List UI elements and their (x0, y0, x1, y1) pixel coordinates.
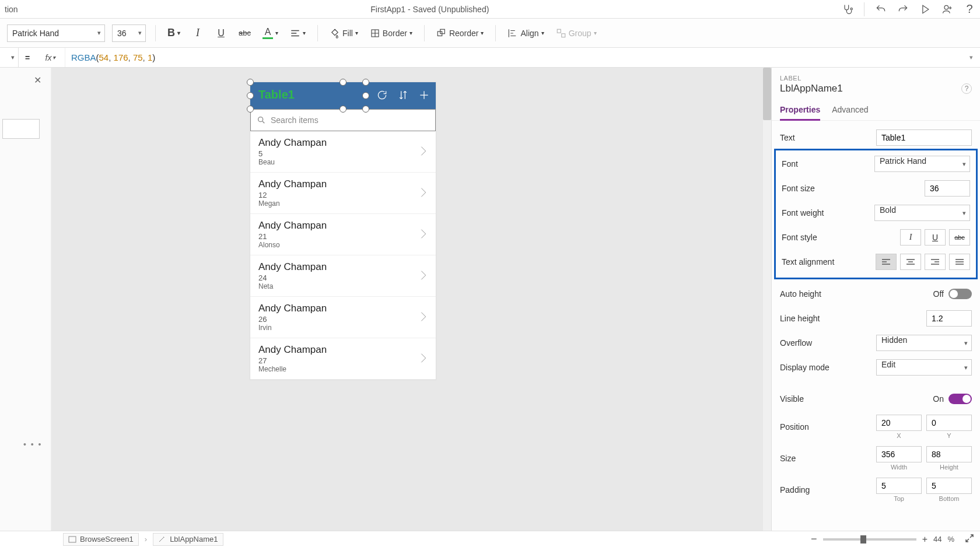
list-item[interactable]: Andy Champan 21 Alonso (250, 214, 436, 255)
add-icon[interactable] (418, 89, 430, 103)
list-item[interactable]: Andy Champan 5 Beau (250, 131, 436, 173)
font-label: Font (782, 159, 798, 169)
fontsize-input[interactable] (925, 180, 970, 197)
selection-handle[interactable] (340, 79, 346, 86)
undo-icon[interactable] (875, 3, 887, 15)
property-selector[interactable]: ▾ (0, 48, 19, 67)
sort-icon[interactable] (397, 89, 409, 103)
underline-button[interactable]: U (213, 24, 229, 42)
fx-label[interactable]: fx▾ (36, 48, 65, 67)
redo-icon[interactable] (897, 3, 909, 15)
svg-point-0 (850, 8, 852, 9)
chevron-right-icon[interactable] (419, 145, 428, 159)
selection-handle[interactable] (247, 79, 254, 86)
chevron-right-icon[interactable] (419, 269, 428, 283)
item-number: 21 (258, 232, 327, 241)
tree-input[interactable] (2, 119, 40, 139)
zoom-in-icon[interactable]: + (922, 534, 928, 545)
divider (864, 2, 864, 16)
more-icon[interactable]: • • • (23, 440, 42, 449)
visible-toggle[interactable] (949, 394, 972, 404)
canvas[interactable]: Table1 Search items Andy Champan 5 Beau … (51, 68, 771, 531)
list-item[interactable]: Andy Champan 27 Mechelle (250, 338, 436, 380)
expand-formula-icon[interactable]: ▾ (963, 54, 980, 61)
autoheight-toggle[interactable] (949, 289, 972, 299)
padding-bottom-input[interactable] (926, 478, 972, 494)
fontcolor-button[interactable]: A▾ (260, 24, 281, 42)
bold-button[interactable]: B▾ (165, 24, 183, 42)
share-icon[interactable] (942, 3, 953, 15)
zoom-slider[interactable] (823, 538, 916, 541)
visible-label: Visible (780, 394, 804, 404)
strike-toggle[interactable]: abc (949, 229, 970, 246)
stethoscope-icon[interactable] (842, 3, 853, 15)
svg-point-7 (258, 117, 263, 122)
strike-button[interactable]: abc (236, 24, 253, 42)
fontsize-combo[interactable]: 36▾ (112, 24, 146, 42)
formula-bar: ▾ = fx▾ RGBA(54, 176, 75, 1) ▾ (0, 48, 980, 68)
equals-sign: = (19, 53, 36, 62)
fullscreen-icon[interactable] (965, 534, 974, 545)
chevron-right-icon[interactable] (419, 227, 428, 242)
selection-handle[interactable] (362, 92, 369, 99)
textalign-button[interactable]: ▾ (288, 24, 308, 42)
align-left-button[interactable] (876, 254, 897, 270)
italic-toggle[interactable]: I (900, 229, 921, 246)
selection-handle[interactable] (362, 79, 369, 86)
chevron-right-icon[interactable] (419, 310, 428, 325)
chevron-right-icon[interactable] (419, 352, 428, 366)
selection-handle[interactable] (247, 106, 254, 113)
border-button[interactable]: Border▾ (368, 24, 415, 42)
list-item[interactable]: Andy Champan 24 Neta (250, 255, 436, 297)
selection-handle[interactable] (340, 106, 346, 113)
font-select[interactable]: Patrick Hand▾ (874, 156, 970, 172)
tab-properties[interactable]: Properties (780, 101, 820, 121)
refresh-icon[interactable] (376, 89, 388, 103)
fill-button[interactable]: Fill▾ (327, 24, 360, 42)
align-justify-button[interactable] (949, 254, 970, 270)
breadcrumb-control[interactable]: LblAppName1 (153, 533, 223, 546)
font-combo[interactable]: Patrick Hand▾ (7, 24, 105, 42)
list-item[interactable]: Andy Champan 26 Irvin (250, 297, 436, 338)
chevron-right-icon[interactable] (419, 186, 428, 201)
scrollbar[interactable] (763, 68, 771, 531)
list-item[interactable]: Andy Champan 12 Megan (250, 173, 436, 214)
overflow-select[interactable]: Hidden▾ (876, 335, 972, 351)
text-label: Text (780, 133, 795, 142)
app-title: FirstApp1 - Saved (Unpublished) (18, 5, 842, 14)
ribbon-toolbar: Patrick Hand▾ 36▾ B▾ I U abc A▾ ▾ Fill▾ … (0, 19, 980, 48)
play-icon[interactable] (919, 3, 931, 15)
padding-top-input[interactable] (876, 478, 922, 494)
app-header[interactable]: Table1 (250, 82, 436, 109)
formula-input[interactable]: RGBA(54, 176, 75, 1) (65, 52, 963, 63)
fontsize-label: Font size (782, 184, 815, 193)
item-number: 5 (258, 149, 327, 158)
help-icon[interactable]: ? (961, 83, 972, 94)
align-right-button[interactable] (925, 254, 946, 270)
lineheight-input[interactable] (926, 310, 972, 327)
selection-handle[interactable] (247, 92, 254, 99)
svg-rect-8 (69, 537, 76, 542)
app-title-label[interactable]: Table1 (258, 88, 295, 101)
italic-button[interactable]: I (190, 24, 206, 42)
size-w-input[interactable] (876, 446, 922, 462)
text-input[interactable] (876, 129, 972, 146)
position-x-input[interactable] (876, 415, 922, 431)
zoom-out-icon[interactable]: − (811, 533, 817, 545)
breadcrumb-screen[interactable]: BrowseScreen1 (63, 533, 139, 546)
size-h-input[interactable] (926, 446, 972, 462)
position-y-input[interactable] (926, 415, 972, 431)
tab-advanced[interactable]: Advanced (832, 101, 868, 120)
underline-toggle[interactable]: U (925, 229, 946, 246)
item-name: Andy Champan (258, 178, 327, 190)
reorder-button[interactable]: Reorder▾ (434, 24, 487, 42)
divider (495, 25, 496, 41)
close-icon[interactable]: ✕ (34, 75, 41, 86)
align-button[interactable]: Align▾ (505, 24, 546, 42)
displaymode-select[interactable]: Edit▾ (876, 359, 972, 376)
align-center-button[interactable] (900, 254, 921, 270)
selection-handle[interactable] (362, 106, 369, 113)
divider (317, 25, 318, 41)
help-icon[interactable]: ? (964, 3, 975, 15)
fontweight-select[interactable]: Bold▾ (874, 205, 970, 221)
